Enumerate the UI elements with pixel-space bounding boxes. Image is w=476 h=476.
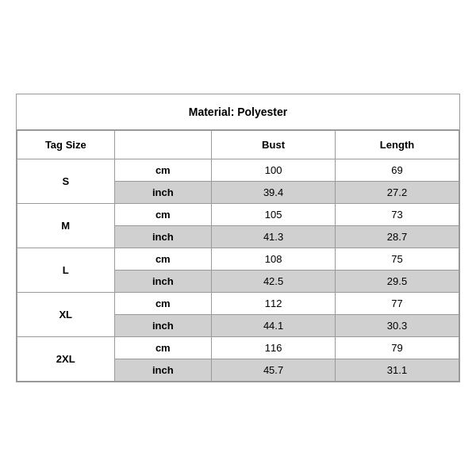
bust-cm: 112 <box>212 293 336 315</box>
unit-inch: inch <box>114 226 212 248</box>
table-row: 2XLcm11679 <box>17 337 459 359</box>
table-row: Scm10069 <box>17 159 459 182</box>
bust-inch: 42.5 <box>212 271 336 293</box>
table-row: Lcm10875 <box>17 248 459 271</box>
bust-header: Bust <box>212 131 336 159</box>
size-label: 2XL <box>17 337 115 382</box>
length-inch: 30.3 <box>336 315 459 337</box>
unit-cm: cm <box>114 337 212 359</box>
table-header: Tag Size Bust Length <box>17 131 459 159</box>
bust-cm: 105 <box>212 204 336 226</box>
length-header: Length <box>336 131 459 159</box>
length-cm: 79 <box>336 337 459 359</box>
unit-inch: inch <box>114 315 212 337</box>
length-inch: 28.7 <box>336 226 459 248</box>
length-inch: 31.1 <box>336 359 459 382</box>
unit-inch: inch <box>114 182 212 204</box>
unit-cm: cm <box>114 159 212 182</box>
bust-inch: 44.1 <box>212 315 336 337</box>
length-inch: 29.5 <box>336 271 459 293</box>
length-inch: 27.2 <box>336 182 459 204</box>
table-row: Mcm10573 <box>17 204 459 226</box>
size-label: S <box>17 159 115 204</box>
table-row: XLcm11277 <box>17 293 459 315</box>
length-cm: 73 <box>336 204 459 226</box>
size-chart-container: Material: Polyester Tag Size Bust Length… <box>16 94 460 382</box>
length-cm: 77 <box>336 293 459 315</box>
unit-cm: cm <box>114 248 212 271</box>
length-cm: 75 <box>336 248 459 271</box>
tag-size-header: Tag Size <box>17 131 115 159</box>
chart-title: Material: Polyester <box>17 94 459 130</box>
unit-inch: inch <box>114 271 212 293</box>
unit-cm: cm <box>114 293 212 315</box>
unit-inch: inch <box>114 359 212 382</box>
bust-cm: 116 <box>212 337 336 359</box>
bust-cm: 108 <box>212 248 336 271</box>
length-cm: 69 <box>336 159 459 182</box>
bust-cm: 100 <box>212 159 336 182</box>
size-label: XL <box>17 293 115 337</box>
size-label: L <box>17 248 115 293</box>
size-label: M <box>17 204 115 248</box>
bust-inch: 45.7 <box>212 359 336 382</box>
bust-inch: 41.3 <box>212 226 336 248</box>
unit-header <box>114 131 212 159</box>
unit-cm: cm <box>114 204 212 226</box>
size-table: Tag Size Bust Length Scm10069inch39.427.… <box>17 130 459 382</box>
bust-inch: 39.4 <box>212 182 336 204</box>
